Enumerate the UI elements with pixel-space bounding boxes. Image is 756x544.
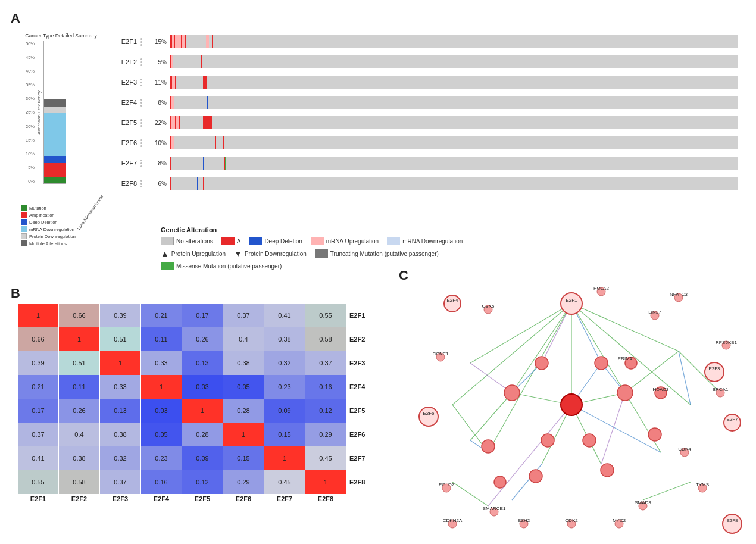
heatmap-cell-7-5: 0.29	[223, 470, 264, 494]
gene-track-e2f5	[170, 116, 738, 129]
heatmap-row-label-3: E2F4	[349, 383, 365, 390]
heatmap-cell-5-1: 0.4	[59, 423, 99, 446]
alt-item-mrna-down: mRNA Downregulation	[387, 237, 463, 245]
gene-dots-e2f3	[140, 79, 148, 86]
gene-track-e2f4	[170, 96, 738, 109]
gene-row-e2f8: E2F8 6%	[113, 174, 738, 192]
svg-text:CBX5: CBX5	[482, 304, 495, 309]
gene-name-e2f4: E2F4	[113, 99, 137, 106]
gene-pct-e2f2: 5%	[150, 59, 167, 65]
heatmap-cell-1-7: 0.58	[305, 327, 346, 351]
svg-text:NFATC3: NFATC3	[670, 292, 688, 297]
heatmap-cell-1-4: 0.26	[182, 327, 223, 351]
heatmap-col-e2f3: E2F3	[100, 495, 140, 502]
heatmap-col-e2f5: E2F5	[182, 495, 223, 502]
heatmap-cell-5-7: 0.29	[305, 423, 346, 446]
gene-dots-e2f7	[140, 160, 148, 167]
svg-text:BRCA1: BRCA1	[713, 387, 729, 392]
gene-row-e2f6: E2F6 10%	[113, 134, 738, 152]
gene-track-e2f7	[170, 157, 738, 170]
gene-dots-e2f1	[140, 38, 148, 46]
svg-text:E2F1: E2F1	[566, 298, 577, 303]
svg-point-52	[595, 357, 608, 370]
gene-dots-e2f4	[140, 99, 148, 107]
gene-row-e2f2: E2F2 5%	[113, 53, 738, 71]
heatmap-cell-1-6: 0.38	[264, 327, 305, 351]
heatmap-cell-6-2: 0.32	[100, 446, 140, 470]
gene-name-e2f1: E2F1	[113, 38, 137, 45]
heatmap-cell-4-2: 0.13	[100, 399, 140, 423]
heatmap-cells-row-4: 0.170.260.130.0310.280.090.12	[18, 399, 346, 423]
gene-track-e2f1	[170, 35, 738, 48]
heatmap-cell-2-5: 0.38	[223, 351, 264, 375]
heatmap-cells-row-1: 0.6610.510.110.260.40.380.58	[18, 327, 346, 351]
alt-item-prot-down: ▼ Protein Downregulation	[234, 249, 307, 258]
heatmap-cell-4-7: 0.12	[305, 399, 346, 423]
svg-text:LIN37: LIN37	[648, 309, 661, 315]
svg-text:E2F7: E2F7	[726, 417, 738, 422]
heatmap-cells-row-2: 0.390.5110.330.130.380.320.37	[18, 351, 346, 375]
gene-track-e2f8	[170, 177, 738, 190]
svg-text:E2F3: E2F3	[708, 366, 720, 371]
heatmap-cell-7-2: 0.37	[100, 470, 140, 494]
svg-point-57	[648, 428, 661, 441]
heatmap-cell-2-2: 1	[100, 351, 140, 375]
svg-line-23	[679, 351, 691, 405]
alt-item-prot-up: ▲ Protein Upregulation	[161, 249, 226, 258]
svg-point-67	[419, 407, 438, 426]
alt-item-amplification: A	[221, 237, 241, 245]
heatmap-row-label-1: E2F2	[349, 336, 365, 343]
heatmap-row-5: 0.370.40.380.050.2810.150.29E2F6	[18, 423, 369, 446]
mutation-segment	[44, 177, 66, 183]
heatmap-cell-7-4: 0.12	[182, 470, 223, 494]
heatmap-cell-1-2: 0.51	[100, 327, 140, 351]
heatmap-cell-4-5: 0.28	[223, 399, 264, 423]
alt-legend-row2: ▲ Protein Upregulation ▼ Protein Downreg…	[161, 249, 732, 258]
multiple-alt-segment	[44, 99, 66, 107]
heatmap-cell-2-1: 0.51	[59, 351, 99, 375]
heatmap-cell-0-6: 0.41	[264, 304, 305, 327]
heatmap-row-label-5: E2F6	[349, 431, 365, 438]
heatmap-cells-row-0: 10.660.390.210.170.370.410.55	[18, 304, 346, 327]
gene-row-e2f1: E2F1 15%	[113, 33, 738, 51]
heatmap-cell-3-7: 0.16	[305, 375, 346, 399]
heatmap-cell-5-0: 0.37	[18, 423, 58, 446]
svg-line-27	[488, 405, 571, 506]
gene-pct-e2f1: 15%	[150, 39, 167, 45]
heatmap-cell-6-4: 0.09	[182, 446, 223, 470]
svg-line-0	[571, 304, 679, 351]
svg-text:RPS6KB1: RPS6KB1	[716, 340, 738, 345]
gene-track-e2f6	[170, 136, 738, 149]
svg-text:POLD2: POLD2	[439, 482, 455, 487]
heatmap-cell-5-2: 0.38	[100, 423, 140, 446]
svg-text:CDKN2A: CDKN2A	[443, 518, 463, 523]
bar-container	[43, 41, 66, 184]
heatmap-col-e2f6: E2F6	[223, 495, 264, 502]
heatmap-cell-4-6: 0.09	[264, 399, 305, 423]
network-svg: E2F1 E2F3 E2F8 E2F6 E2F4 E2F7 NFATC3 RPS…	[393, 274, 750, 536]
heatmap-cell-0-1: 0.66	[59, 304, 99, 327]
network-panel: E2F1 E2F3 E2F8 E2F6 E2F4 E2F7 NFATC3 RPS…	[393, 274, 750, 536]
gene-dots-e2f2	[140, 58, 148, 66]
heatmap-cell-3-5: 0.05	[223, 375, 264, 399]
heatmap-cell-0-4: 0.17	[182, 304, 223, 327]
svg-text:POLA2: POLA2	[593, 286, 609, 291]
heatmap-col-e2f8: E2F8	[305, 495, 346, 502]
svg-line-1	[571, 304, 625, 393]
panel-a-label: A	[11, 11, 20, 26]
gene-pct-e2f6: 10%	[150, 140, 167, 146]
heatmap-cell-2-0: 0.39	[18, 351, 58, 375]
svg-line-13	[625, 393, 661, 452]
svg-line-16	[452, 482, 488, 506]
heatmap-cell-7-0: 0.55	[18, 470, 58, 494]
heatmap-cell-2-7: 0.37	[305, 351, 346, 375]
heatmap-cell-0-7: 0.55	[305, 304, 346, 327]
heatmap-cells-row-5: 0.370.40.380.050.2810.150.29	[18, 423, 346, 446]
heatmap-row-label-6: E2F7	[349, 455, 365, 462]
heatmap-cell-5-6: 0.15	[264, 423, 305, 446]
alt-item-missense: Missense Mutation (putative passenger)	[161, 262, 282, 270]
svg-text:CDK2: CDK2	[565, 518, 578, 523]
svg-text:SMAD3: SMAD3	[635, 500, 651, 505]
heatmap-cell-5-5: 1	[223, 423, 264, 446]
svg-point-54	[583, 434, 596, 447]
